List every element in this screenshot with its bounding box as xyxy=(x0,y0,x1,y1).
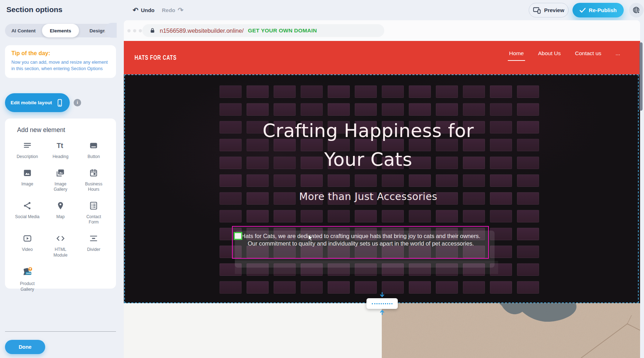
element-grid: DescriptionTtHeadingButtonImageImage Gal… xyxy=(11,141,110,292)
add-element-heading[interactable]: TtHeading xyxy=(44,141,76,160)
edit-mobile-label: Edit mobile layout xyxy=(11,100,52,105)
svg-text:Tt: Tt xyxy=(57,142,63,149)
wall-tile xyxy=(517,246,539,258)
element-label: Button xyxy=(88,154,100,160)
element-label: Social Media xyxy=(15,214,39,220)
info-icon[interactable]: i xyxy=(74,99,81,106)
site-logo[interactable]: HATS FOR CATS xyxy=(134,54,176,62)
wall-tile xyxy=(436,85,458,98)
hero-subheading[interactable]: More than Just Accessories xyxy=(244,191,493,202)
phone-icon xyxy=(56,99,64,107)
hero-section[interactable]: Crafting Happiness forYour Cats More tha… xyxy=(124,74,640,303)
wall-tile xyxy=(463,85,485,98)
element-label: HTML Module xyxy=(48,247,73,258)
wall-tile xyxy=(517,228,539,240)
description-icon xyxy=(23,141,32,152)
wall-tile xyxy=(328,281,350,294)
add-element-contact-form[interactable]: Contact Form xyxy=(78,201,110,225)
selected-text-element[interactable]: Hats for Cats, we are dedicated to craft… xyxy=(232,226,489,259)
scrollbar-thumb[interactable] xyxy=(639,42,643,111)
element-ghost-band xyxy=(235,261,498,274)
hero-paragraph[interactable]: Hats for Cats, we are dedicated to craft… xyxy=(236,232,485,247)
add-element-social-media[interactable]: Social Media xyxy=(11,201,43,225)
arrow-down-icon xyxy=(379,292,385,298)
preview-button[interactable]: Preview xyxy=(529,3,569,17)
wall-tile xyxy=(328,210,350,222)
element-label: Image xyxy=(21,181,33,187)
wall-tile xyxy=(220,103,242,116)
language-globe-button[interactable] xyxy=(629,3,644,17)
add-element-html-module[interactable]: HTML Module xyxy=(44,234,76,258)
wall-tile xyxy=(517,157,539,169)
wall-tile xyxy=(328,174,350,187)
site-header: HATS FOR CATS HomeAbout UsContact us... xyxy=(124,41,640,74)
wall-tile xyxy=(220,210,242,222)
add-element-image[interactable]: Image xyxy=(11,168,43,193)
wall-tile xyxy=(463,281,485,294)
element-label: Business Hours xyxy=(81,181,106,193)
wall-tile xyxy=(301,174,323,187)
hero-heading[interactable]: Crafting Happiness forYour Cats xyxy=(244,116,493,174)
wall-tile xyxy=(490,157,512,169)
nav-about-us[interactable]: About Us xyxy=(538,50,561,61)
map-icon xyxy=(56,201,65,212)
wall-tile xyxy=(382,210,404,222)
wall-tile xyxy=(220,157,242,169)
wall-tile xyxy=(301,85,323,98)
wall-tile xyxy=(436,210,458,222)
add-element-map[interactable]: Map xyxy=(44,201,76,225)
add-element-product-gallery[interactable]: SHOPProduct Gallery xyxy=(11,267,43,292)
browser-chrome: n1566589.websitebuilder.online/ GET YOUR… xyxy=(124,20,640,41)
next-section-white[interactable] xyxy=(124,303,382,358)
republish-button[interactable]: Re-Publish xyxy=(572,3,624,17)
wall-tile xyxy=(490,85,512,98)
wall-tile xyxy=(355,210,377,222)
element-label: Video xyxy=(22,247,32,253)
wall-tile xyxy=(274,174,296,187)
undo-label: Undo xyxy=(141,7,154,13)
wall-tile xyxy=(409,103,431,116)
wall-tile xyxy=(220,192,242,205)
done-button[interactable]: Done xyxy=(5,340,45,354)
product-gallery-icon: SHOP xyxy=(21,267,33,279)
wall-tile xyxy=(409,210,431,222)
redo-button[interactable]: Redo ↷ xyxy=(162,5,183,15)
wall-tile xyxy=(517,210,539,222)
add-element-description[interactable]: Description xyxy=(11,141,43,160)
wall-tile xyxy=(490,174,512,187)
element-drag-handle[interactable] xyxy=(234,232,242,240)
wall-tile xyxy=(301,210,323,222)
divider-icon xyxy=(89,234,98,244)
nav-home[interactable]: Home xyxy=(509,50,524,61)
button-icon xyxy=(89,141,98,152)
add-element-video[interactable]: Video xyxy=(11,234,43,258)
wall-tile xyxy=(220,174,242,187)
section-resize-handle[interactable] xyxy=(366,298,398,309)
element-label: Product Gallery xyxy=(15,281,40,292)
edit-mobile-layout-button[interactable]: Edit mobile layout xyxy=(5,93,70,112)
address-bar[interactable]: n1566589.websitebuilder.online/ GET YOUR… xyxy=(142,24,384,37)
add-element-button[interactable]: Button xyxy=(78,141,110,160)
site-url: n1566589.websitebuilder.online/ xyxy=(160,27,244,34)
wall-tile xyxy=(517,174,539,187)
next-section-image[interactable] xyxy=(382,303,640,358)
tab-elements[interactable]: Elements xyxy=(42,24,79,37)
add-element-image-gallery[interactable]: Image Gallery xyxy=(44,168,76,193)
add-element-business-hours[interactable]: Business Hours xyxy=(78,168,110,193)
element-label: Image Gallery xyxy=(48,181,73,193)
nav-contact-us[interactable]: Contact us xyxy=(575,50,601,61)
wall-tile xyxy=(274,85,296,98)
undo-button[interactable]: ↶ Undo xyxy=(133,5,154,15)
wall-tile xyxy=(220,139,242,151)
add-element-divider[interactable]: Divider xyxy=(78,234,110,258)
panel-title: Section options xyxy=(6,5,63,14)
wall-tile xyxy=(463,210,485,222)
nav-more[interactable]: ... xyxy=(616,50,620,61)
get-domain-link[interactable]: GET YOUR OWN DOMAIN xyxy=(248,27,317,34)
wall-tile xyxy=(409,281,431,294)
tip-body: Now you can add, move and resize any ele… xyxy=(11,59,110,72)
wall-tile xyxy=(490,103,512,116)
wall-tile xyxy=(517,103,539,116)
tab-ai-content[interactable]: AI Content xyxy=(5,24,42,37)
wall-tile xyxy=(517,263,539,276)
